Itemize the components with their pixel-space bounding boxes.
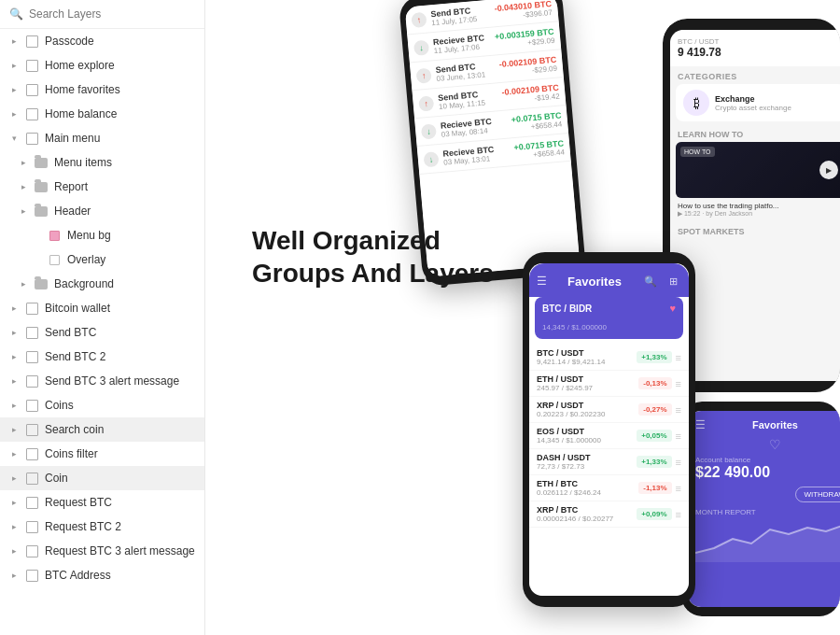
layer-item-bitcoin-wallet[interactable]: ▸Bitcoin wallet [0,296,204,320]
layer-icon-artboard [24,471,39,486]
btc-price: 9 419.78 [678,46,721,59]
layer-item-coins-filter[interactable]: ▸Coins filter [0,442,204,466]
chevron-icon: ▾ [9,134,19,143]
artboard-icon [26,303,38,315]
layer-label: Passcode [45,35,94,48]
layer-icon-artboard [24,446,39,461]
artboard-icon [26,60,38,72]
layer-item-passcode[interactable]: ▸Passcode [0,29,204,53]
layer-icon-artboard [24,34,39,49]
phone-mockup-4: ☰ Favorites ✓ ♡ Account balance $22 490.… [681,402,840,616]
tx-amount: -0.002109 BTC-$29.09 [498,55,557,78]
layer-item-home-favorites[interactable]: ▸Home favorites [0,78,204,102]
layer-label: Main menu [45,132,100,145]
layer-item-send-btc-3[interactable]: ▸Send BTC 3 alert message [0,369,204,393]
tx-amount: +0.0715 BTC+$658.44 [511,110,562,133]
favorites-screen: ☰ Favorites 🔍 ⊞ BTC / BIDR ♥ 14,345 / $1… [529,263,689,596]
qr-icon: ⊞ [665,273,681,289]
coin-change-badge: -0,27% [638,403,671,416]
layer-item-send-btc-2[interactable]: ▸Send BTC 2 [0,345,204,369]
tx-amount: +0.003159 BTC+$29.09 [495,27,555,49]
layer-label: Coins [45,399,74,412]
layer-item-send-btc[interactable]: ▸Send BTC [0,320,204,345]
chevron-icon: ▸ [9,109,19,119]
layer-item-request-btc[interactable]: ▸Request BTC [0,490,204,515]
wallet-menu-icon: ☰ [695,418,706,431]
exchange-title: Exchange [715,94,791,104]
btc-info: BTC / USDT 9 419.78 [678,37,721,59]
layer-icon-artboard [24,543,39,558]
folder-icon [35,279,48,289]
coin-info: EOS / USDT 14,345 / $1.000000 [537,427,637,444]
layer-item-home-explore[interactable]: ▸Home explore [0,53,204,78]
phone-mockup-2: ☰ Favorites 🔍 ⊞ BTC / BIDR ♥ 14,345 / $1… [523,252,695,607]
artboard-icon [26,400,38,412]
coin-row: BTC / USDT 9,421.14 / $9,421.14 +1,33% ≡ [529,345,689,371]
coin-menu-icon: ≡ [676,404,681,416]
coin-menu-icon: ≡ [676,378,681,389]
balance-amount: $22 490.00 [695,464,840,481]
layer-icon-artboard [24,349,39,364]
how-to-badge: HOW TO [680,147,715,157]
artboard-icon [26,133,38,145]
chevron-icon: ▸ [9,328,19,337]
layer-item-menu-bg[interactable]: Menu bg [0,223,204,247]
coin-price: 0.20223 / $0.202230 [537,410,638,418]
layer-label: Bitcoin wallet [45,302,110,315]
coin-price: 14,345 / $1.000000 [537,436,637,444]
layer-icon-artboard [24,398,39,413]
video-overlay: HOW TO [676,142,840,198]
folder-icon [35,158,48,168]
chevron-icon: ▸ [19,279,28,289]
layer-item-coin[interactable]: ▸Coin [0,466,204,490]
layer-label: Menu bg [67,229,111,242]
wallet-screen: ☰ Favorites ✓ ♡ Account balance $22 490.… [688,411,840,607]
artboard-icon [26,351,38,363]
layer-item-home-balance[interactable]: ▸Home balance [0,102,204,126]
coin-pair: XRP / USDT [537,401,638,410]
chevron-icon: ▸ [9,36,19,46]
layer-item-background[interactable]: ▸Background [0,272,204,296]
layer-item-overlay[interactable]: Overlay [0,247,204,272]
coin-row: EOS / USDT 14,345 / $1.000000 +0,05% ≡ [529,423,689,449]
coin-row: XRP / USDT 0.20223 / $0.202230 -0,27% ≡ [529,397,689,423]
layer-item-search-coin[interactable]: ▸Search coin [0,417,204,442]
search-input[interactable] [29,7,195,21]
coin-change-badge: -0,13% [638,377,671,389]
chevron-icon: ▸ [9,571,19,580]
layer-item-menu-items[interactable]: ▸Menu items [0,150,204,175]
phone-screen-4: ☰ Favorites ✓ ♡ Account balance $22 490.… [688,411,840,607]
layer-item-coins[interactable]: ▸Coins [0,393,204,417]
heart-icon: ♥ [669,303,676,314]
layer-item-main-menu[interactable]: ▾Main menu [0,126,204,150]
withdraw-button[interactable]: WITHDRAW [795,487,840,502]
layer-icon-artboard [24,131,39,146]
layer-item-report[interactable]: ▸Report [0,175,204,199]
coin-change-badge: +1,33% [637,351,671,363]
layer-item-request-btc-3[interactable]: ▸Request BTC 3 alert message [0,539,204,563]
menu-icon: ☰ [537,275,547,288]
layer-item-btc-address[interactable]: ▸BTC Address [0,563,204,587]
rect-pink-icon [49,231,60,241]
video-meta: ▶ 15:22 · by Den Jackson [678,210,840,218]
search-icon: 🔍 [642,273,659,289]
play-button[interactable]: ▶ [819,161,838,179]
exchange-sub: Crypto asset exchange [715,104,791,112]
coin-pair: ETH / BTC [537,479,638,488]
coin-pair: DASH / USDT [537,453,637,462]
layer-icon-artboard [24,495,39,510]
headline: Well Organized Groups And Layers [252,224,494,289]
send-arrow-icon: ↑ [418,95,434,111]
chevron-icon: ▸ [9,425,19,434]
receive-arrow-icon: ↓ [421,123,437,139]
layer-item-header[interactable]: ▸Header [0,199,204,223]
search-bar[interactable]: 🔍 [0,0,204,29]
coin-info: ETH / USDT 245.97 / $245.97 [537,374,638,392]
tx-details: Send BTC11 July, 17:05 [430,5,491,27]
layer-icon-folder [34,155,49,170]
layer-item-request-btc-2[interactable]: ▸Request BTC 2 [0,515,204,539]
layer-label: Send BTC 3 alert message [45,374,179,388]
coin-menu-icon: ≡ [676,430,681,442]
categories-screen: BTC / USDT 9 419.78 CATEGORIES ₿ Exchang… [670,30,840,381]
coin-price: 0.026112 / $246.24 [537,488,638,497]
